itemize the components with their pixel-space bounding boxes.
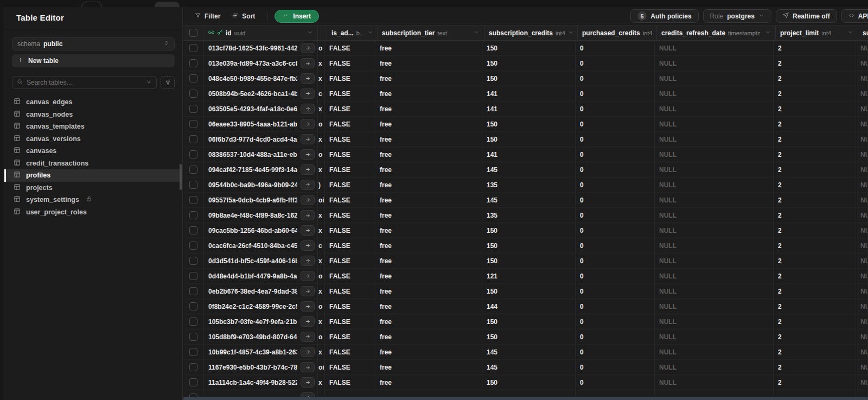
cell-truncated-last[interactable]: NULL — [856, 132, 868, 147]
cell-id[interactable]: 11a114cb-1a4c-49f4-9b28-52219ec... — [204, 375, 318, 390]
cell-id[interactable]: 06f6b7d3-977d-4cd0-acd4-4a78... — [204, 132, 318, 147]
cell-purchased-credits[interactable]: 0 — [576, 345, 655, 359]
cell-purchased-credits[interactable]: 0 — [576, 147, 655, 162]
cell-is-admin[interactable]: FALSE — [325, 132, 375, 147]
cell-subscription-credits[interactable]: 144 — [482, 299, 576, 314]
cell-subscription-credits[interactable]: 135 — [482, 208, 576, 223]
row-checkbox[interactable] — [189, 90, 197, 98]
cell-id[interactable]: 09544b0c-ba9b-496a-9b09-244... — [204, 177, 318, 192]
cell-purchased-credits[interactable]: 0 — [576, 41, 655, 55]
row-checkbox[interactable] — [189, 44, 197, 52]
cell-truncated-last[interactable]: NULL — [856, 299, 868, 314]
expand-row-button[interactable] — [301, 256, 315, 266]
sidebar-item-profiles[interactable]: profiles — [4, 169, 182, 182]
cell-subscription-tier[interactable]: free — [375, 132, 482, 147]
row-checkbox[interactable] — [189, 287, 197, 295]
api-docs-button[interactable]: API Do — [841, 9, 868, 23]
cell-credits-refresh-date[interactable]: NULL — [655, 132, 774, 147]
cell-clipped-column[interactable]: oi — [318, 360, 325, 374]
cell-id[interactable]: 048c4e50-b989-455e-847e-fb2f... — [204, 71, 318, 86]
expand-row-button[interactable] — [301, 286, 315, 296]
cell-is-admin[interactable]: FALSE — [325, 223, 375, 238]
cell-truncated-last[interactable]: NULL — [856, 238, 868, 253]
column-header-subscription_credits[interactable]: subscription_creditsint4 — [484, 26, 578, 40]
cell-is-admin[interactable]: FALSE — [325, 208, 375, 223]
cell-clipped-column[interactable]: x — [318, 375, 325, 390]
cell-is-admin[interactable]: FALSE — [325, 147, 375, 162]
cell-clipped-column[interactable]: x — [318, 223, 325, 238]
column-header-project_limit[interactable]: project_limitint4 — [776, 26, 858, 40]
cell-id[interactable]: 0508b94b-5ee2-4626-bca1-4bca... — [204, 86, 318, 101]
cell-id[interactable]: 0f8b24e2-c1c2-4589-99ce-2c52d... — [204, 299, 318, 314]
expand-row-button[interactable] — [301, 210, 315, 220]
cell-purchased-credits[interactable]: 0 — [576, 117, 655, 131]
cell-purchased-credits[interactable]: 0 — [576, 177, 655, 192]
cell-truncated-last[interactable]: NULL — [856, 193, 868, 207]
cell-id[interactable]: 06eaee33-8905-4aaa-b121-ab552... — [204, 117, 318, 131]
cell-truncated-last[interactable]: NULL — [856, 360, 868, 374]
cell-project-limit[interactable]: 2 — [774, 329, 856, 344]
cell-clipped-column[interactable]: oi — [318, 193, 325, 207]
sidebar-item-system_settings[interactable]: system_settings — [4, 194, 182, 206]
cell-truncated-last[interactable]: NULL — [856, 375, 868, 390]
cell-truncated-last[interactable]: NULL — [856, 269, 868, 283]
cell-purchased-credits[interactable]: 0 — [576, 132, 655, 147]
sidebar-scrollbar-thumb[interactable] — [180, 164, 182, 190]
sidebar-item-canvas_edges[interactable]: canvas_edges — [4, 96, 182, 109]
cell-subscription-credits[interactable]: 150 — [482, 71, 576, 86]
expand-row-button[interactable] — [301, 332, 315, 342]
cell-credits-refresh-date[interactable]: NULL — [655, 360, 774, 374]
cell-subscription-tier[interactable]: free — [375, 345, 482, 359]
cell-credits-refresh-date[interactable]: NULL — [655, 299, 774, 314]
expand-row-button[interactable] — [301, 164, 315, 175]
auth-policies-button[interactable]: 5 Auth policies — [630, 9, 698, 23]
cell-subscription-tier[interactable]: free — [375, 71, 482, 86]
cell-id[interactable]: 0d3d541d-bf5c-459f-a406-16b93... — [204, 253, 318, 268]
cell-truncated-last[interactable]: NULL — [856, 345, 868, 359]
cell-subscription-credits[interactable]: 135 — [482, 177, 576, 192]
cell-clipped-column[interactable]: o — [318, 329, 325, 344]
cell-purchased-credits[interactable]: 0 — [576, 360, 655, 374]
cell-subscription-tier[interactable]: free — [375, 162, 482, 177]
cell-truncated-last[interactable]: NULL — [856, 147, 868, 162]
cell-credits-refresh-date[interactable]: NULL — [655, 162, 774, 177]
row-checkbox[interactable] — [189, 120, 197, 128]
expand-row-button[interactable] — [301, 119, 315, 129]
expand-row-button[interactable] — [301, 88, 315, 99]
cell-truncated-last[interactable]: NULL — [856, 71, 868, 86]
column-header-subscription_tier[interactable]: subscription_tiertext — [378, 26, 484, 40]
cell-subscription-tier[interactable]: free — [375, 86, 482, 101]
cell-clipped-column[interactable]: o — [318, 269, 325, 283]
cell-is-admin[interactable]: FALSE — [325, 375, 375, 390]
cell-id[interactable]: 09cac5bb-1256-46bd-ab60-64ed... — [204, 223, 318, 238]
row-checkbox[interactable] — [189, 363, 197, 371]
cell-is-admin[interactable]: FALSE — [325, 299, 375, 314]
cell-is-admin[interactable]: FALSE — [325, 269, 375, 283]
cell-project-limit[interactable]: 2 — [774, 208, 856, 223]
cell-project-limit[interactable]: 2 — [774, 56, 856, 71]
cell-subscription-tier[interactable]: free — [375, 253, 482, 268]
column-header-clip[interactable] — [318, 26, 327, 40]
cell-id[interactable]: 0cac6fca-26cf-4510-84ba-c4580... — [204, 238, 318, 253]
cell-is-admin[interactable]: FALSE — [325, 329, 375, 344]
cell-purchased-credits[interactable]: 0 — [576, 314, 655, 329]
cell-credits-refresh-date[interactable]: NULL — [655, 101, 774, 116]
cell-subscription-credits[interactable]: 150 — [482, 329, 576, 344]
row-checkbox[interactable] — [189, 211, 197, 219]
cell-credits-refresh-date[interactable]: NULL — [655, 56, 774, 71]
row-checkbox[interactable] — [189, 135, 197, 143]
cell-credits-refresh-date[interactable]: NULL — [655, 177, 774, 192]
cell-truncated-last[interactable]: NULL — [856, 41, 868, 55]
cell-id[interactable]: 09b8ae4e-f48c-4f89-8a8c-1629b... — [204, 208, 318, 223]
cell-purchased-credits[interactable]: 0 — [576, 329, 655, 344]
cell-project-limit[interactable]: 2 — [774, 360, 856, 374]
cell-subscription-credits[interactable]: 121 — [482, 269, 576, 283]
cell-is-admin[interactable]: FALSE — [325, 238, 375, 253]
column-header-id[interactable]: iduuid — [204, 26, 318, 40]
cell-is-admin[interactable]: FALSE — [325, 162, 375, 177]
cell-credits-refresh-date[interactable]: NULL — [655, 41, 774, 55]
cell-truncated-last[interactable]: NULL — [856, 162, 868, 177]
row-checkbox[interactable] — [189, 333, 197, 341]
cell-subscription-credits[interactable]: 150 — [482, 41, 576, 55]
cell-project-limit[interactable]: 2 — [774, 162, 856, 177]
